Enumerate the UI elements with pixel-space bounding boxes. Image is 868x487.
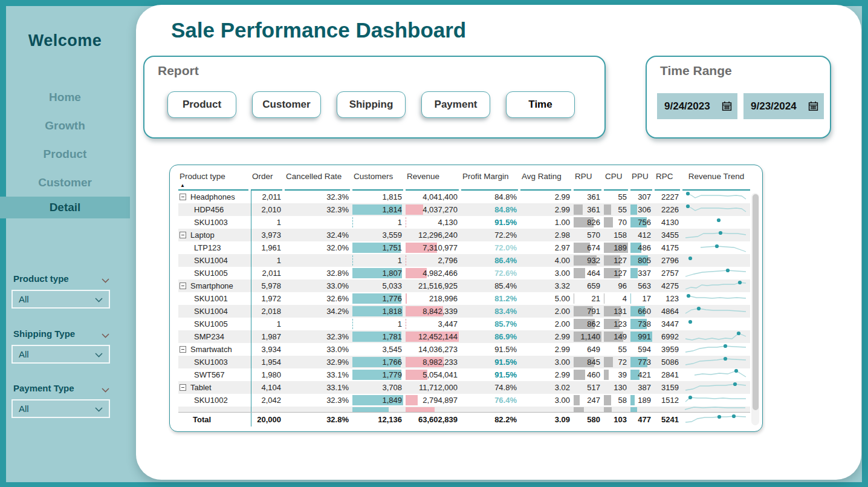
sidebar-item-growth[interactable]: Growth <box>0 115 130 137</box>
table-row-sku1005[interactable]: SKU1005113,44785.7%2.008621237383447 <box>178 318 750 330</box>
cell-ppu: 387 <box>630 381 652 394</box>
table-row-swt567[interactable]: SWT5671,98033.1%1,7795,054,04191.5%2.994… <box>178 368 750 381</box>
cell-value: 4864 <box>661 307 680 316</box>
column-header-rpu[interactable]: RPU <box>574 170 601 191</box>
cell-order: 2,011 <box>251 267 282 279</box>
cell-avg_rating: 2.00 <box>520 305 571 318</box>
cell-order: 4,104 <box>251 381 282 394</box>
sidebar-item-product[interactable]: Product <box>0 143 130 165</box>
payment-report-button[interactable]: Payment <box>421 91 490 118</box>
cell-value: 1,776 <box>382 294 403 303</box>
collapse-icon[interactable] <box>180 283 186 289</box>
cell-value: 1,807 <box>382 269 403 278</box>
table-row-smartwatch[interactable]: Smartwatch3,93433.0%3,54514,036,27391.5%… <box>178 343 750 356</box>
column-header-rpc[interactable]: RPC <box>655 170 680 191</box>
revenue-trend-sparkline <box>683 318 750 330</box>
cell-value: 32.3% <box>326 205 350 214</box>
column-header-customers[interactable]: Customers <box>352 170 403 191</box>
column-header-profit-margin[interactable]: Profit Margin <box>461 170 518 191</box>
filter-dropdown[interactable]: All <box>11 290 110 309</box>
cell-cancelled_rate: 33.1% <box>285 368 350 381</box>
cell-value: 361 <box>587 192 601 201</box>
cell-value: 189 <box>614 243 628 252</box>
collapse-icon[interactable] <box>180 194 186 200</box>
table-row-sku1003[interactable]: SKU1003114,13091.5%1.00826707564130 <box>178 216 750 229</box>
table-row-sku1002[interactable]: SKU10022,04232.3%1,8492,794,89776.4%3.00… <box>178 394 750 407</box>
cell-customers: 1 <box>352 318 403 330</box>
table-row-tablet[interactable]: Tablet4,10433.1%3,70811,712,00074.8%3.02… <box>178 381 750 394</box>
cell-revenue: 63,602,839 <box>406 413 459 427</box>
table-row-laptop[interactable]: Laptop3,97332.4%3,55912,296,24072.2%2.98… <box>178 229 750 241</box>
start-date-picker[interactable]: 9/24/2023 <box>657 93 737 119</box>
table-row-sku1001[interactable]: SKU10011,97232.6%1,776218,99681.2%5.0021… <box>178 292 750 305</box>
column-header-revenue[interactable]: Revenue <box>406 170 459 191</box>
column-header-cancelled-rate[interactable]: Cancelled Rate <box>285 170 350 191</box>
table-row-ltp123[interactable]: LTP1231,96132.0%1,7517,310,97772.0%2.976… <box>178 241 750 254</box>
cell-rpc: 2227 <box>655 191 680 203</box>
table-row-smartphone[interactable]: Smartphone5,97833.0%5,03321,516,92585.4%… <box>178 279 750 292</box>
cell-label: SKU1005 <box>178 318 248 330</box>
cell-value: 3.02 <box>555 383 571 392</box>
cell-value: 81.2% <box>494 294 518 303</box>
bar-baseline <box>406 217 406 227</box>
chevron-down-icon[interactable] <box>102 330 109 341</box>
cell-avg_rating: 3.32 <box>520 279 571 292</box>
cell-value: 2,042 <box>261 396 282 405</box>
table-row-sku1004[interactable]: SKU1004112,79686.4%4.009321278052796 <box>178 254 750 267</box>
cell-label: SKU1003 <box>178 216 248 229</box>
cell-value: 2,011 <box>262 269 282 278</box>
table-row-hdp456[interactable]: HDP4562,01032.3%1,8144,037,27084.8%2.993… <box>178 203 750 216</box>
table-row-sku1004[interactable]: SKU10042,01834.2%1,8188,842,33983.4%2.00… <box>178 305 750 318</box>
filter-dropdown[interactable]: All <box>11 399 110 418</box>
collapse-icon[interactable] <box>180 346 186 353</box>
row-label: SKU1001 <box>178 294 228 303</box>
cell-cancelled_rate: 32.8% <box>285 413 350 427</box>
cell-value: 3.00 <box>555 396 571 405</box>
table-row-sku1005[interactable]: SKU10052,01132.8%1,8074,982,46672.6%3.00… <box>178 267 750 279</box>
cell-value: 1 <box>398 319 403 328</box>
cell-value: 4.00 <box>555 256 571 265</box>
table-row-sku1003[interactable]: SKU10031,95432.9%1,7668,982,23391.5%3.00… <box>178 356 750 368</box>
cell-value: 2,794,897 <box>423 396 459 405</box>
table-row-smp234[interactable]: SMP2341,98732.3%1,78112,452,14486.9%2.99… <box>178 330 750 343</box>
cell-order: 3,934 <box>251 343 282 356</box>
column-header-revenue-trend[interactable]: Revenue Trend <box>682 170 750 191</box>
shipping-report-button[interactable]: Shipping <box>337 91 406 118</box>
cell-cancelled_rate <box>285 407 350 412</box>
sidebar-item-detail[interactable]: Detail <box>0 197 130 218</box>
product-report-button[interactable]: Product <box>167 91 236 118</box>
collapse-icon[interactable] <box>180 384 186 391</box>
sidebar-item-customer[interactable]: Customer <box>0 172 130 194</box>
chevron-down-icon[interactable] <box>102 275 109 286</box>
column-header-label: RPU <box>575 172 592 181</box>
cell-value: 337 <box>638 269 652 278</box>
cell-revenue: 4,130 <box>406 216 459 229</box>
chevron-down-icon[interactable] <box>102 384 109 395</box>
sidebar-item-home[interactable]: Home <box>0 87 130 108</box>
table-row-headphones[interactable]: Headphones2,01132.3%1,8154,041,40084.8%2… <box>178 191 750 203</box>
column-header-order[interactable]: Order <box>251 170 282 191</box>
customer-report-button[interactable]: Customer <box>252 91 321 118</box>
revenue-trend-sparkline <box>683 293 750 305</box>
column-header-product-type[interactable]: Product type▲ <box>178 170 248 191</box>
cell-rpu: 659 <box>574 279 601 292</box>
revenue-trend-sparkline <box>683 280 750 292</box>
cell-value: 2.98 <box>555 230 571 240</box>
cell-value: 5,033 <box>382 281 403 290</box>
collapse-icon[interactable] <box>180 232 186 238</box>
filter-dropdown[interactable]: All <box>11 345 110 364</box>
time-range-panel: Time Range 9/24/2023 9/23/2024 <box>646 56 831 139</box>
time-report-button[interactable]: Time <box>506 91 575 118</box>
cell-value: 131 <box>614 307 628 316</box>
cell-label: Smartwatch <box>178 343 248 356</box>
end-date-picker[interactable]: 9/23/2024 <box>743 93 824 119</box>
cell-value: 3,934 <box>261 345 282 354</box>
table-total-row[interactable]: Total20,00032.8%12,13663,602,83982.2%3.0… <box>178 412 750 427</box>
cell-rpu: 1,140 <box>574 330 601 343</box>
cell-value: 189 <box>638 396 652 405</box>
column-header-cpu[interactable]: CPU <box>604 170 628 191</box>
scrollbar-thumb[interactable] <box>753 194 759 410</box>
column-header-avg-rating[interactable]: Avg Rating <box>520 170 571 191</box>
chevron-down-icon <box>95 294 103 304</box>
column-header-ppu[interactable]: PPU <box>630 170 652 191</box>
